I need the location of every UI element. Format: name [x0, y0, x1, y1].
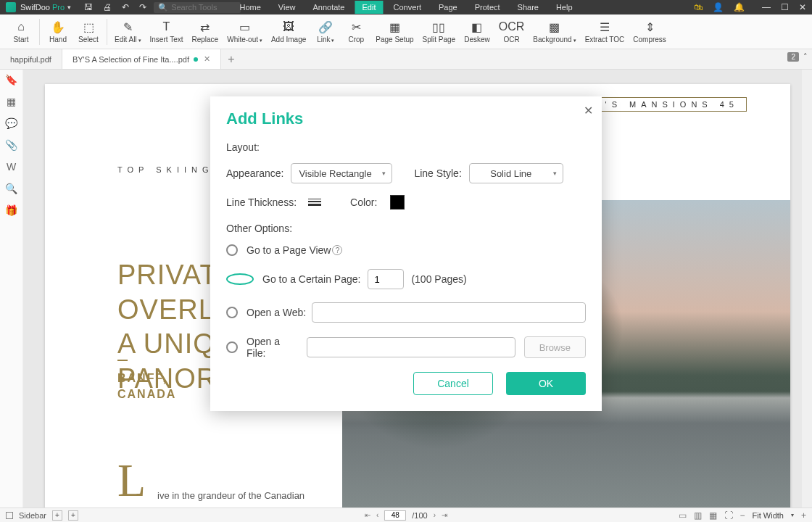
search-tools[interactable]: 🔍 [154, 2, 241, 13]
attachments-icon[interactable]: 📎 [5, 139, 17, 151]
tool-crop[interactable]: ✂Crop [341, 16, 371, 48]
tool-edit-all[interactable]: ✎Edit All [110, 16, 146, 48]
app-menu-chevron-icon[interactable]: ▾ [67, 4, 71, 11]
dialog-close-icon[interactable]: ✕ [584, 104, 593, 117]
hand-icon: ✋ [51, 20, 65, 34]
page-number-input[interactable] [384, 510, 406, 521]
next-page-icon[interactable]: › [434, 511, 436, 519]
sidebar-expand-button[interactable]: + [52, 510, 62, 521]
color-picker[interactable] [390, 195, 405, 210]
tool-compress[interactable]: ⇕Compress [629, 16, 671, 48]
linestyle-select[interactable]: Solid Line▾ [469, 163, 563, 183]
browse-button[interactable]: Browse [524, 336, 586, 358]
last-page-icon[interactable]: ⇥ [442, 511, 447, 519]
tool-add-image[interactable]: 🖼Add Image [267, 16, 310, 48]
tool-start[interactable]: ⌂Start [6, 16, 36, 48]
prev-page-icon[interactable]: ‹ [376, 511, 378, 519]
left-sidebar: 🔖 ▦ 💬 📎 W 🔍 🎁 [0, 70, 23, 508]
certain-page-input[interactable] [368, 269, 404, 289]
tool-label: Add Image [271, 36, 306, 44]
comments-icon[interactable]: 💬 [5, 117, 17, 129]
read-mode-icon[interactable]: ⛶ [724, 510, 733, 521]
tool-insert-text[interactable]: TInsert Text [146, 16, 188, 48]
tool-replace[interactable]: ⇄Replace [187, 16, 223, 48]
web-url-input[interactable] [312, 302, 586, 323]
undo-icon[interactable]: ↶ [122, 2, 129, 12]
radio-open-file[interactable] [226, 341, 238, 353]
help-icon[interactable]: ? [332, 245, 342, 255]
save-icon[interactable]: 🖫 [84, 2, 93, 12]
collapse-ribbon-icon[interactable]: ˄ [803, 52, 808, 62]
first-page-icon[interactable]: ⇤ [365, 511, 370, 519]
gift-icon[interactable]: 🎁 [5, 204, 17, 216]
redo-icon[interactable]: ↷ [139, 2, 146, 12]
store-icon[interactable]: 🛍 [694, 2, 703, 12]
menu-page[interactable]: Page [431, 1, 465, 14]
menu-share[interactable]: Share [510, 1, 546, 14]
maximize-icon[interactable]: ☐ [781, 2, 789, 12]
tool-deskew[interactable]: ◧Deskew [460, 16, 494, 48]
tool-label: White-out [227, 36, 262, 44]
vertical-scrollbar[interactable] [802, 70, 812, 508]
opt-web-label: Open a Web: [246, 307, 306, 318]
opt-certain-page-label: Go to a Certain Page: [262, 273, 360, 285]
file-path-input[interactable] [307, 337, 515, 357]
app-logo-icon [6, 2, 16, 12]
tool-label: Background [533, 36, 576, 44]
print-icon[interactable]: 🖨 [103, 2, 112, 12]
tool-label: Deskew [464, 36, 490, 44]
file-tab[interactable]: BY'S A Selection of Fine Ita....pdf✕ [62, 49, 221, 69]
menu-view[interactable]: View [271, 1, 303, 14]
tool-extract-toc[interactable]: ☰Extract TOC [581, 16, 629, 48]
new-tab-button[interactable]: + [221, 49, 241, 69]
tool-link[interactable]: 🔗Link [310, 16, 341, 48]
menu-convert[interactable]: Convert [386, 1, 428, 14]
tool-hand[interactable]: ✋Hand [43, 16, 73, 48]
thumbnails-icon[interactable]: ▦ [7, 96, 16, 107]
search-input[interactable] [171, 3, 236, 12]
menu-home[interactable]: Home [232, 1, 268, 14]
single-page-view-icon[interactable]: ▭ [679, 510, 687, 521]
thickness-picker[interactable] [308, 199, 321, 206]
close-tab-icon[interactable]: ✕ [204, 54, 210, 64]
sidebar-toggle-checkbox[interactable] [6, 512, 13, 519]
menu-edit[interactable]: Edit [355, 1, 384, 14]
close-window-icon[interactable]: ✕ [799, 2, 806, 12]
word-export-icon[interactable]: W [7, 161, 16, 173]
radio-certain-page[interactable] [226, 273, 254, 285]
zoom-in-icon[interactable]: + [801, 510, 806, 521]
minimize-icon[interactable]: — [762, 2, 771, 12]
thickness-label: Line Thickness: [226, 196, 297, 208]
zoom-out-icon[interactable]: − [740, 510, 745, 521]
tool-white-out[interactable]: ▭White-out [223, 16, 267, 48]
tool-label: Link [317, 36, 334, 44]
zoom-level-select[interactable]: Fit Width [753, 511, 784, 520]
appearance-select[interactable]: Visible Rectangle▾ [291, 163, 392, 183]
continuous-view-icon[interactable]: ▥ [694, 510, 702, 521]
tool-split-page[interactable]: ▯▯Split Page [418, 16, 460, 48]
compress-icon: ⇕ [645, 20, 655, 34]
cancel-button[interactable]: Cancel [413, 372, 493, 395]
bookmarks-icon[interactable]: 🔖 [5, 74, 17, 86]
radio-page-view[interactable] [226, 244, 238, 256]
edit-all-icon: ✎ [123, 20, 133, 34]
notifications-icon[interactable]: 🔔 [734, 2, 745, 12]
tool-background[interactable]: ▩Background [529, 16, 580, 48]
sidebar-collapse-button[interactable]: + [68, 510, 78, 521]
two-page-view-icon[interactable]: ▦ [709, 510, 717, 521]
tool-select[interactable]: ⬚Select [73, 16, 104, 48]
edit-toolbar: ⌂Start✋Hand⬚Select✎Edit AllTInsert Text⇄… [0, 14, 812, 49]
background-icon: ▩ [549, 20, 560, 34]
menu-help[interactable]: Help [549, 1, 580, 14]
menu-protect[interactable]: Protect [468, 1, 508, 14]
search-panel-icon[interactable]: 🔍 [5, 183, 17, 194]
menu-annotate[interactable]: Annotate [305, 1, 352, 14]
title-bar: SwifDoo Pro ▾ 🖫 🖨 ↶ ↷ HomeViewAnnotateEd… [0, 0, 812, 14]
account-icon[interactable]: 👤 [713, 2, 724, 12]
file-tab[interactable]: happiful.pdf [0, 49, 62, 69]
radio-open-web[interactable] [226, 307, 238, 318]
ok-button[interactable]: OK [506, 372, 586, 395]
tool-ocr[interactable]: OCROCR [494, 16, 529, 48]
layout-section-label: Layout: [226, 141, 586, 153]
tool-page-setup[interactable]: ▦Page Setup [371, 16, 418, 48]
